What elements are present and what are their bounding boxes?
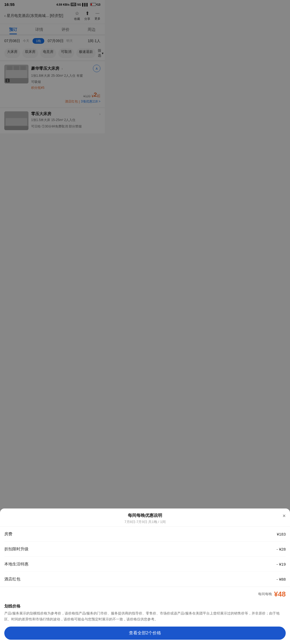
modal-overlay[interactable] xyxy=(0,0,105,231)
